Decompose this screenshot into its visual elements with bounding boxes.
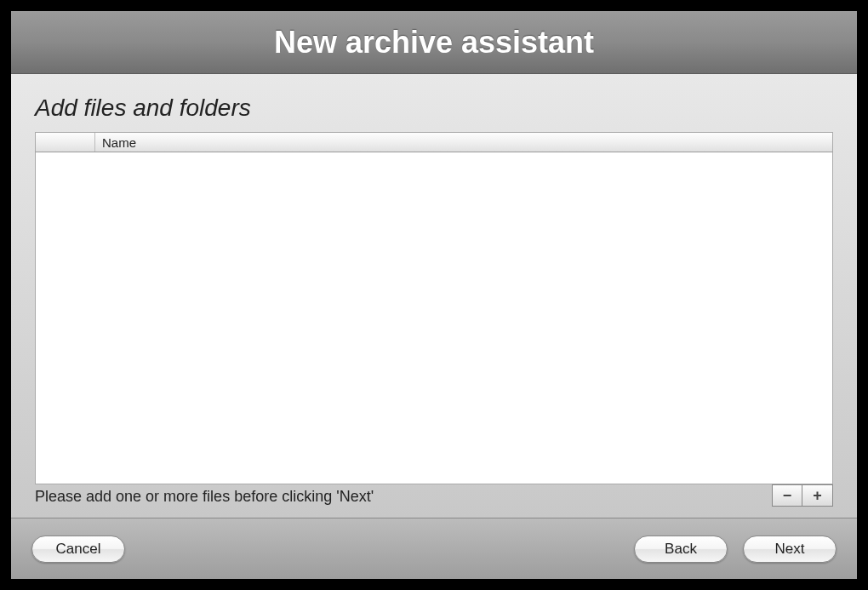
hint-text: Please add one or more files before clic… xyxy=(35,488,833,506)
titlebar: New archive assistant xyxy=(11,11,857,74)
content-area: Add files and folders Name − + Please ad… xyxy=(11,74,857,518)
column-icon[interactable] xyxy=(36,133,95,152)
next-button[interactable]: Next xyxy=(743,536,837,563)
footer: Cancel Back Next xyxy=(11,518,857,579)
back-button[interactable]: Back xyxy=(634,536,728,563)
table-header: Name xyxy=(35,132,833,152)
assistant-window: New archive assistant Add files and fold… xyxy=(11,11,857,579)
column-name[interactable]: Name xyxy=(95,133,832,152)
table-body[interactable] xyxy=(35,152,833,484)
footer-right: Back Next xyxy=(634,536,837,563)
cancel-button[interactable]: Cancel xyxy=(31,536,125,563)
file-list: Name xyxy=(35,132,833,484)
section-subtitle: Add files and folders xyxy=(35,95,833,122)
page-title: New archive assistant xyxy=(274,25,594,60)
